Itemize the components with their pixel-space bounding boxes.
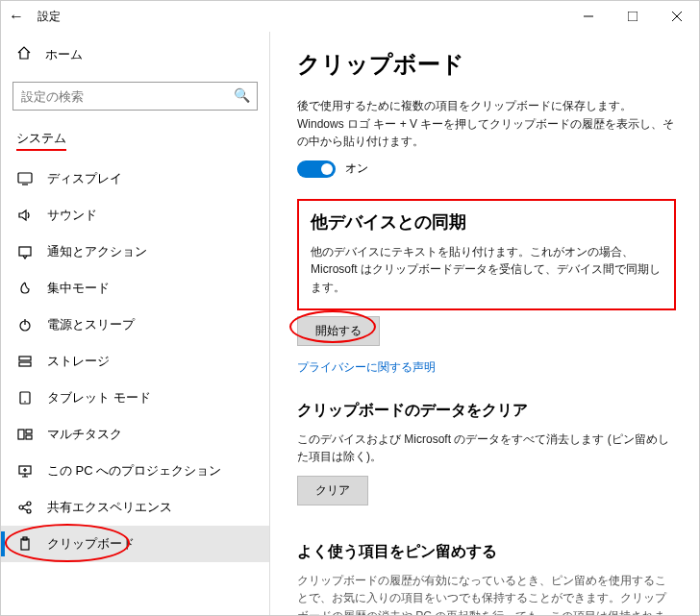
notify-icon xyxy=(16,244,34,259)
sidebar-item-clipboard[interactable]: クリップボード xyxy=(1,526,269,562)
svg-line-21 xyxy=(23,508,27,510)
sidebar-item-label: 集中モード xyxy=(47,280,110,297)
multitask-icon xyxy=(16,427,34,442)
privacy-link[interactable]: プライバシーに関する声明 xyxy=(297,359,436,376)
search-icon: 🔍 xyxy=(234,87,250,103)
body: ホーム 🔍 システム ディスプレイサウンド通知とアクション集中モード電源とスリー… xyxy=(1,32,699,615)
search-input[interactable] xyxy=(12,82,258,111)
sidebar-item-project[interactable]: この PC へのプロジェクション xyxy=(1,453,269,489)
sync-title: 他デバイスとの同期 xyxy=(311,210,662,234)
home-label: ホーム xyxy=(45,46,83,63)
history-toggle[interactable] xyxy=(297,160,336,178)
share-icon xyxy=(16,500,34,515)
svg-rect-15 xyxy=(26,435,32,439)
sidebar-item-focus[interactable]: 集中モード xyxy=(1,270,269,307)
svg-rect-4 xyxy=(18,173,32,183)
svg-rect-9 xyxy=(19,357,31,360)
category-system: システム xyxy=(1,122,269,155)
svg-rect-22 xyxy=(21,539,29,550)
maximize-button[interactable] xyxy=(611,1,655,32)
clear-desc: このデバイスおよび Microsoft のデータをすべて消去します (ピン留めし… xyxy=(297,431,676,466)
home-button[interactable]: ホーム xyxy=(1,37,269,72)
start-button[interactable]: 開始する xyxy=(297,316,380,346)
clear-button[interactable]: クリア xyxy=(297,476,368,505)
pin-desc: クリップボードの履歴が有効になっているとき、ピン留めを使用することで、お気に入り… xyxy=(297,572,676,615)
power-icon xyxy=(16,317,34,333)
content: クリップボード 後で使用するために複数の項目をクリップボードに保存します。Win… xyxy=(270,32,699,615)
sidebar-item-label: マルチタスク xyxy=(47,426,122,443)
search-wrap: 🔍 xyxy=(12,82,258,111)
titlebar-left: ← 設定 xyxy=(9,8,61,25)
sidebar-item-multitask[interactable]: マルチタスク xyxy=(1,416,269,453)
sidebar-item-tablet[interactable]: タブレット モード xyxy=(1,380,269,416)
sidebar-item-display[interactable]: ディスプレイ xyxy=(1,160,269,197)
history-toggle-label: オン xyxy=(345,160,368,177)
back-icon[interactable]: ← xyxy=(9,8,24,25)
intro-text: 後で使用するために複数の項目をクリップボードに保存します。Windows ロゴ … xyxy=(297,97,676,151)
sidebar-item-power[interactable]: 電源とスリープ xyxy=(1,307,269,343)
svg-point-19 xyxy=(27,509,31,513)
focus-icon xyxy=(16,281,34,296)
svg-point-12 xyxy=(24,401,26,403)
titlebar: ← 設定 xyxy=(1,1,699,32)
sync-desc: 他のデバイスにテキストを貼り付けます。これがオンの場合、Microsoft はク… xyxy=(311,243,662,297)
history-toggle-row: オン xyxy=(297,160,676,178)
minimize-button[interactable] xyxy=(566,1,611,32)
svg-line-20 xyxy=(23,505,27,506)
sound-icon xyxy=(16,208,34,223)
svg-rect-13 xyxy=(18,430,24,439)
home-icon xyxy=(16,45,32,64)
sync-section-highlight: 他デバイスとの同期 他のデバイスにテキストを貼り付けます。これがオンの場合、Mi… xyxy=(297,199,676,310)
sidebar-item-storage[interactable]: ストレージ xyxy=(1,343,269,380)
pin-title: よく使う項目をピン留めする xyxy=(297,542,676,562)
nav-list: ディスプレイサウンド通知とアクション集中モード電源とスリープストレージタブレット… xyxy=(1,160,269,562)
sidebar-item-notify[interactable]: 通知とアクション xyxy=(1,234,269,270)
sidebar-item-sound[interactable]: サウンド xyxy=(1,197,269,234)
sidebar-item-label: 共有エクスペリエンス xyxy=(47,499,172,516)
window-controls xyxy=(566,1,699,32)
clear-title: クリップボードのデータをクリア xyxy=(297,401,676,421)
svg-rect-10 xyxy=(19,362,31,366)
storage-icon xyxy=(16,354,34,369)
svg-point-18 xyxy=(27,502,31,505)
svg-rect-14 xyxy=(26,430,32,433)
sidebar-item-label: ディスプレイ xyxy=(47,170,122,187)
sidebar-item-label: この PC へのプロジェクション xyxy=(47,462,221,480)
window-title: 設定 xyxy=(38,9,61,25)
settings-window: ← 設定 ホーム 🔍 システム ディスプレイサウンド通知とアクション集中モード電… xyxy=(0,0,700,616)
sidebar-item-label: サウンド xyxy=(47,207,97,224)
sidebar: ホーム 🔍 システム ディスプレイサウンド通知とアクション集中モード電源とスリー… xyxy=(1,32,270,615)
page-title: クリップボード xyxy=(297,49,676,80)
svg-rect-6 xyxy=(19,247,31,256)
category-label: システム xyxy=(16,130,66,151)
display-icon xyxy=(16,171,34,186)
sidebar-item-label: 通知とアクション xyxy=(47,243,147,260)
clipboard-icon xyxy=(16,536,34,552)
svg-point-17 xyxy=(19,505,23,509)
tablet-icon xyxy=(16,390,34,406)
sidebar-item-label: 電源とスリープ xyxy=(47,316,135,333)
svg-rect-1 xyxy=(628,12,638,21)
sidebar-item-label: クリップボード xyxy=(47,535,135,553)
close-button[interactable] xyxy=(655,1,699,32)
sidebar-item-label: タブレット モード xyxy=(47,389,151,407)
sidebar-item-share[interactable]: 共有エクスペリエンス xyxy=(1,489,269,526)
start-button-wrap: 開始する xyxy=(297,316,380,346)
sidebar-item-label: ストレージ xyxy=(47,353,110,370)
project-icon xyxy=(16,463,34,479)
